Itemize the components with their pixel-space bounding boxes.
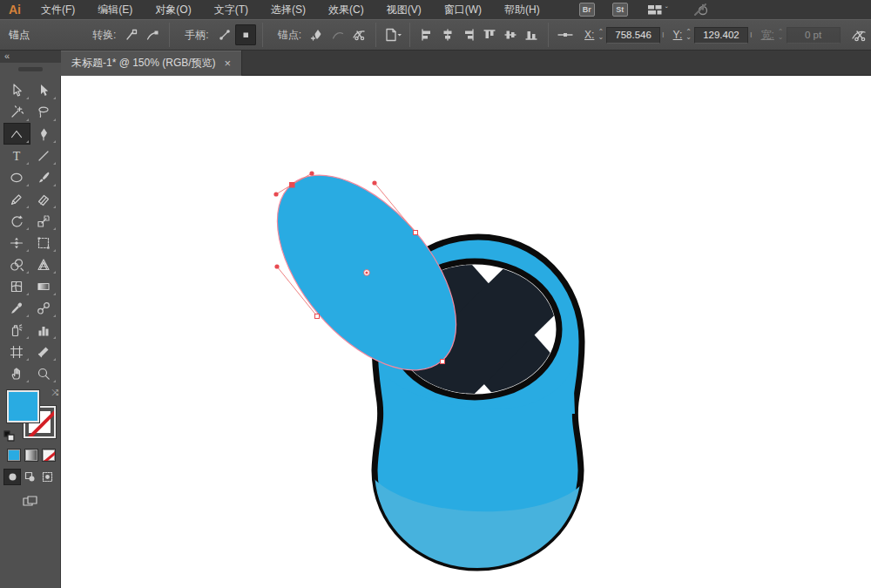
zoom-tool[interactable] bbox=[30, 362, 57, 384]
isolate-selected-object-icon[interactable] bbox=[848, 24, 869, 45]
gradient-mode-button[interactable] bbox=[24, 449, 38, 462]
default-fill-stroke-icon[interactable] bbox=[3, 430, 15, 442]
menu-help[interactable]: 帮助(H) bbox=[493, 0, 551, 19]
artboard-tool[interactable] bbox=[3, 341, 30, 362]
drawing-mode-buttons bbox=[3, 469, 57, 485]
handle-end-dot[interactable] bbox=[274, 264, 279, 268]
draw-inside-button[interactable] bbox=[38, 469, 56, 485]
x-value-input[interactable]: 758.546 bbox=[606, 27, 660, 44]
menu-type[interactable]: 文字(T) bbox=[203, 0, 260, 19]
align-right-button[interactable] bbox=[458, 24, 479, 45]
perspective-grid-tool[interactable] bbox=[30, 253, 57, 275]
menubar-right-icons: Br St ˇ bbox=[567, 3, 710, 17]
mesh-tool[interactable] bbox=[3, 275, 30, 297]
rotate-tool[interactable] bbox=[3, 210, 30, 232]
center-point-marker bbox=[364, 270, 370, 276]
column-graph-tool[interactable] bbox=[30, 319, 57, 341]
handle-end-dot[interactable] bbox=[273, 192, 278, 196]
align-left-button[interactable] bbox=[416, 24, 437, 45]
stepper-down-icon[interactable]: ⌄ bbox=[685, 35, 692, 40]
align-bottom-button[interactable] bbox=[521, 24, 542, 45]
ellipse-tool[interactable] bbox=[3, 166, 30, 188]
hide-handles-button[interactable] bbox=[235, 24, 256, 45]
direct-selection-tool[interactable] bbox=[30, 79, 57, 101]
hand-tool[interactable] bbox=[3, 362, 30, 384]
tab-close-icon[interactable]: × bbox=[225, 57, 232, 70]
width-group: 宽: ⌃ ⌄ 0 pt bbox=[753, 27, 841, 44]
align-vertical-center-button[interactable] bbox=[500, 24, 521, 45]
color-mode-button[interactable] bbox=[7, 449, 21, 462]
add-anchor-button[interactable] bbox=[307, 24, 327, 45]
align-top-button[interactable] bbox=[479, 24, 500, 45]
fill-color-swatch[interactable] bbox=[7, 390, 39, 422]
menu-view[interactable]: 视图(V) bbox=[375, 0, 433, 19]
shape-builder-tool[interactable] bbox=[3, 253, 30, 275]
menu-file[interactable]: 文件(F) bbox=[30, 0, 86, 19]
anchor-point[interactable] bbox=[414, 231, 418, 235]
sync-disabled-icon[interactable] bbox=[692, 3, 710, 17]
stepper-down-icon[interactable]: ⌄ bbox=[598, 35, 604, 40]
y-coordinate-group: Y: ⌃ ⌄ 129.402 I bbox=[665, 27, 753, 44]
convert-to-smooth-button[interactable] bbox=[142, 24, 163, 45]
slice-tool[interactable] bbox=[30, 341, 57, 362]
divider bbox=[409, 23, 410, 47]
magic-wand-tool[interactable] bbox=[3, 101, 30, 123]
anchors-label: 锚点: bbox=[278, 28, 301, 43]
anchor-point-tool[interactable] bbox=[3, 123, 30, 145]
selected-anchor-point[interactable] bbox=[289, 182, 295, 188]
handle-end-dot[interactable] bbox=[372, 180, 376, 185]
divider bbox=[169, 23, 170, 47]
document-tab-bar: 未标题-1* @ 150% (RGB/预览) × bbox=[61, 51, 871, 76]
divider bbox=[262, 23, 263, 47]
stock-button[interactable]: St bbox=[612, 3, 628, 17]
y-value-input[interactable]: 129.402 bbox=[694, 27, 748, 44]
menu-effect[interactable]: 效果(C) bbox=[317, 0, 375, 19]
align-horizontal-center-button[interactable] bbox=[437, 24, 458, 45]
stepper-down-icon: ⌄ bbox=[778, 35, 784, 40]
pencil-tool[interactable] bbox=[3, 188, 30, 210]
artboard-canvas[interactable] bbox=[61, 76, 871, 588]
handle-end-dot[interactable] bbox=[309, 171, 314, 175]
type-tool[interactable]: T bbox=[3, 145, 30, 166]
workspace-switcher[interactable]: ˇ bbox=[647, 3, 668, 16]
symbol-sprayer-tool[interactable] bbox=[3, 319, 30, 341]
menu-object[interactable]: 对象(O) bbox=[144, 0, 202, 19]
document-setup-button[interactable] bbox=[382, 24, 403, 45]
draw-behind-button[interactable] bbox=[21, 469, 38, 485]
free-transform-tool[interactable] bbox=[30, 232, 57, 253]
menu-select[interactable]: 选择(S) bbox=[260, 0, 317, 19]
menu-window[interactable]: 窗口(W) bbox=[433, 0, 493, 19]
cut-path-button[interactable] bbox=[348, 24, 369, 45]
remove-anchor-button[interactable] bbox=[327, 24, 348, 45]
draw-normal-button[interactable] bbox=[3, 469, 21, 485]
bridge-button[interactable]: Br bbox=[579, 3, 595, 17]
gradient-tool[interactable] bbox=[30, 275, 57, 297]
swap-fill-stroke-icon[interactable]: ⤨ bbox=[51, 388, 58, 398]
menu-edit[interactable]: 编辑(E) bbox=[86, 0, 144, 19]
scale-tool[interactable] bbox=[30, 210, 57, 232]
y-label[interactable]: Y: bbox=[673, 29, 683, 41]
eraser-tool[interactable] bbox=[30, 188, 57, 210]
lasso-tool[interactable] bbox=[30, 101, 57, 123]
x-label[interactable]: X: bbox=[584, 29, 594, 41]
pen-tool[interactable] bbox=[30, 123, 57, 145]
line-segment-tool[interactable] bbox=[30, 145, 57, 166]
panel-grip[interactable] bbox=[18, 67, 43, 71]
y-stepper[interactable]: ⌃ ⌄ bbox=[685, 30, 692, 40]
convert-to-corner-button[interactable] bbox=[121, 24, 142, 45]
svg-text:T: T bbox=[13, 149, 21, 162]
document-tab[interactable]: 未标题-1* @ 150% (RGB/预览) × bbox=[61, 51, 242, 76]
blend-tool[interactable] bbox=[30, 297, 57, 319]
none-mode-button[interactable] bbox=[42, 449, 56, 462]
anchor-point[interactable] bbox=[315, 314, 320, 319]
width-tool[interactable] bbox=[3, 232, 30, 253]
anchor-point[interactable] bbox=[441, 360, 445, 364]
eyedropper-tool[interactable] bbox=[3, 297, 30, 319]
paintbrush-tool[interactable] bbox=[30, 166, 57, 188]
width-label: 宽: bbox=[761, 28, 774, 43]
x-stepper[interactable]: ⌃ ⌄ bbox=[598, 30, 604, 40]
selection-tool[interactable] bbox=[3, 79, 30, 101]
panel-collapse-button[interactable]: « bbox=[0, 51, 61, 63]
change-screen-mode-button[interactable] bbox=[20, 494, 41, 510]
show-handles-button[interactable] bbox=[214, 24, 235, 45]
